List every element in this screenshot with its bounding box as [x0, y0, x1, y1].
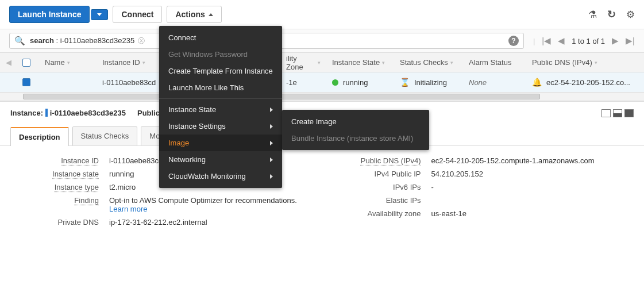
chevron-right-icon	[270, 158, 273, 162]
label-finding: Finding	[11, 196, 109, 205]
label-ipv6: IPv6 IPs	[334, 183, 431, 191]
cell-alarm-status: None	[463, 78, 526, 87]
menu-image[interactable]: Image	[159, 135, 282, 151]
page-prev-icon[interactable]: ◀	[558, 36, 565, 46]
label-elastic-ips: Elastic IPs	[334, 196, 431, 205]
label-instance-state: Instance state	[11, 170, 109, 178]
hourglass-icon: ⌛	[400, 78, 410, 87]
value-ipv6: -	[431, 183, 633, 191]
experiments-icon[interactable]	[588, 9, 597, 21]
page-last-icon[interactable]: ▶|	[626, 36, 635, 46]
column-public-dns[interactable]: Public DNS (IPv4)▾	[526, 58, 644, 67]
settings-icon[interactable]	[626, 9, 635, 21]
page-next-icon[interactable]: ▶	[612, 36, 619, 46]
cell-public-dns: 🔔ec2-54-210-205-152.co...	[526, 78, 644, 87]
connect-button[interactable]: Connect	[113, 6, 162, 23]
table-row[interactable]: i-0110aebe83cd -1e running ⌛Initializing…	[0, 72, 644, 92]
value-ipv4: 54.210.205.152	[431, 170, 633, 178]
launch-instance-dropdown[interactable]	[91, 9, 108, 20]
menu-separator	[159, 98, 282, 99]
label-private-dns: Private DNS	[11, 218, 109, 227]
tab-status-checks[interactable]: Status Checks	[72, 126, 138, 145]
layout-split-icon[interactable]	[613, 109, 622, 117]
cell-availability-zone: -1e	[280, 78, 326, 87]
page-first-icon[interactable]: |◀	[542, 36, 551, 46]
submenu-bundle-instance: Bundle Instance (instance store AMI)	[282, 130, 429, 147]
label-availability-zone: Availability zone	[334, 209, 431, 218]
detail-instance: Instance: i-0110aebe83cd3e235	[10, 109, 126, 117]
learn-more-link[interactable]: Learn more	[109, 205, 147, 213]
menu-create-template[interactable]: Create Template From Instance	[159, 63, 282, 79]
help-icon[interactable]: ?	[508, 36, 519, 46]
chevron-down-icon	[97, 13, 102, 16]
refresh-icon[interactable]	[607, 8, 616, 21]
tab-description[interactable]: Description	[10, 127, 69, 146]
column-status-checks[interactable]: Status Checks▾	[394, 58, 463, 67]
chevron-right-icon	[270, 108, 273, 112]
value-finding: Opt-in to AWS Compute Optimizer for reco…	[109, 196, 311, 213]
menu-cloudwatch[interactable]: CloudWatch Monitoring	[159, 168, 282, 185]
alarm-bell-icon[interactable]: 🔔	[532, 78, 542, 87]
chevron-right-icon	[270, 124, 273, 129]
value-private-dns: ip-172-31-62-212.ec2.internal	[109, 218, 311, 227]
layout-top-icon[interactable]	[601, 109, 611, 117]
table-header: ◀ Name▾ Instance ID▾ ility Zone▾ Instanc…	[0, 53, 644, 72]
search-chip: search : i-0110aebe83cd3e235 ⓧ	[30, 36, 145, 46]
scroll-left-icon[interactable]: ◀	[0, 58, 14, 67]
submenu-create-image[interactable]: Create Image	[282, 113, 429, 130]
select-all-checkbox[interactable]	[22, 59, 30, 67]
label-instance-type: Instance type	[11, 183, 109, 191]
column-instance-state[interactable]: Instance State▾	[326, 58, 394, 67]
selection-marker-icon	[45, 109, 48, 117]
actions-button[interactable]: Actions	[167, 6, 221, 23]
launch-instance-button[interactable]: Launch Instance	[9, 6, 90, 23]
chevron-right-icon	[270, 141, 273, 145]
value-public-dns: ec2-54-210-205-152.compute-1.amazonaws.c…	[431, 156, 633, 165]
label-public-dns: Public DNS (IPv4)	[334, 156, 431, 165]
column-availability-zone[interactable]: ility Zone▾	[280, 54, 326, 71]
menu-networking[interactable]: Networking	[159, 151, 282, 168]
menu-instance-state[interactable]: Instance State	[159, 101, 282, 118]
image-submenu: Create Image Bundle Instance (instance s…	[282, 110, 429, 150]
cell-status-checks: ⌛Initializing	[394, 78, 463, 87]
menu-instance-settings[interactable]: Instance Settings	[159, 118, 282, 135]
state-running-icon	[332, 79, 338, 86]
menu-connect[interactable]: Connect	[159, 29, 282, 46]
menu-launch-more[interactable]: Launch More Like This	[159, 79, 282, 96]
label-ipv4: IPv4 Public IP	[334, 170, 431, 178]
search-icon: 🔍	[14, 36, 25, 46]
chevron-up-icon	[209, 13, 213, 16]
pager: | |◀ ◀ 1 to 1 of 1 ▶ ▶|	[524, 36, 635, 46]
menu-get-windows-password: Get Windows Password	[159, 46, 282, 63]
column-alarm-status[interactable]: Alarm Status	[463, 58, 526, 67]
page-indicator: 1 to 1 of 1	[572, 37, 605, 45]
actions-menu: Connect Get Windows Password Create Temp…	[159, 26, 282, 188]
layout-full-icon[interactable]	[624, 109, 634, 117]
cell-instance-state: running	[326, 78, 394, 87]
horizontal-scrollbar[interactable]	[0, 92, 644, 101]
clear-search-icon[interactable]: ⓧ	[138, 37, 145, 45]
value-availability-zone: us-east-1e	[431, 209, 633, 218]
label-instance-id: Instance ID	[11, 156, 109, 165]
actions-label: Actions	[175, 10, 205, 19]
row-checkbox[interactable]	[22, 78, 30, 86]
chevron-right-icon	[270, 174, 273, 179]
column-name[interactable]: Name▾	[39, 58, 97, 67]
